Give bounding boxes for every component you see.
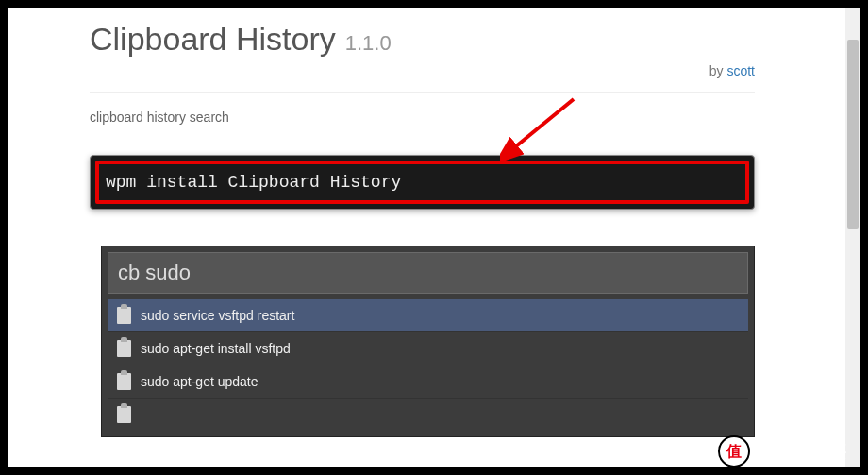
clipboard-icon	[117, 373, 131, 390]
watermark: 值 什么值得买	[718, 435, 847, 467]
clipboard-icon	[117, 406, 131, 423]
description-text: clipboard history search	[90, 110, 755, 125]
by-label: by	[709, 63, 724, 78]
clipboard-list: sudo service vsftpd restart sudo apt-get…	[108, 299, 748, 431]
clipboard-icon	[117, 307, 131, 324]
install-command-text: wpm install Clipboard History	[106, 173, 401, 192]
main-content: Clipboard History 1.1.0 by scott clipboa…	[90, 21, 755, 437]
text-caret	[192, 263, 192, 284]
watermark-text: 什么值得买	[758, 440, 847, 463]
clipboard-search-input[interactable]: cb sudo	[108, 252, 748, 294]
item-text: sudo service vsftpd restart	[141, 308, 294, 323]
list-item[interactable]	[108, 399, 748, 431]
search-value: cb sudo	[118, 261, 191, 284]
byline: by scott	[90, 63, 755, 78]
scrollbar-thumb[interactable]	[847, 40, 859, 229]
author-link[interactable]: scott	[726, 63, 755, 78]
clipboard-icon	[117, 340, 131, 357]
clipboard-panel: cb sudo sudo service vsftpd restart sudo…	[101, 246, 755, 437]
divider	[90, 92, 755, 93]
list-item[interactable]: sudo service vsftpd restart	[108, 299, 748, 332]
watermark-badge: 值	[718, 435, 750, 467]
title-row: Clipboard History 1.1.0	[90, 21, 755, 58]
item-text: sudo apt-get install vsftpd	[141, 341, 291, 356]
list-item[interactable]: sudo apt-get install vsftpd	[108, 332, 748, 365]
page-title: Clipboard History	[90, 21, 336, 58]
install-command-box[interactable]: wpm install Clipboard History	[90, 155, 755, 210]
list-item[interactable]: sudo apt-get update	[108, 365, 748, 399]
item-text: sudo apt-get update	[141, 374, 259, 389]
version-label: 1.1.0	[345, 31, 392, 56]
